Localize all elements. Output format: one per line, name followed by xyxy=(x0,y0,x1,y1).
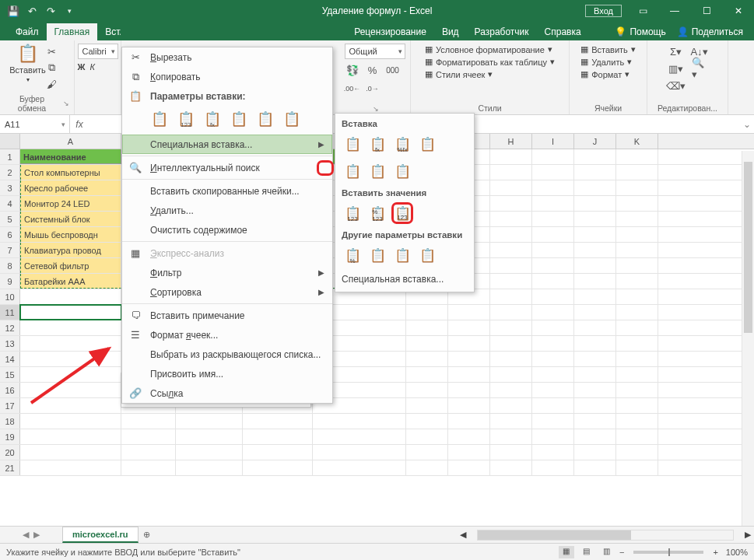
paste-button[interactable]: 📋Вставить▾ xyxy=(15,44,41,84)
cell[interactable] xyxy=(532,305,574,320)
cell[interactable] xyxy=(176,460,243,475)
cell[interactable]: Сетевой фильтр xyxy=(20,258,121,273)
font-name-select[interactable]: Calibri xyxy=(78,44,118,59)
menu-filter[interactable]: Фильтр▶ xyxy=(122,263,332,282)
menu-link[interactable]: 🔗Ссылка xyxy=(122,383,332,403)
hscroll-right-icon[interactable]: ▶ xyxy=(745,530,751,540)
cell[interactable] xyxy=(490,383,532,397)
paste-all-icon[interactable]: 📋 xyxy=(342,133,363,155)
undo-icon[interactable]: ↶ xyxy=(23,2,40,19)
cell[interactable] xyxy=(490,320,532,335)
paste-formatting-icon[interactable]: 📋 xyxy=(254,108,276,130)
cell[interactable] xyxy=(574,305,616,320)
autosum-icon[interactable]: Σ▾ xyxy=(668,44,684,59)
cell[interactable] xyxy=(243,429,313,444)
cell[interactable] xyxy=(616,212,658,226)
cell[interactable] xyxy=(532,460,574,475)
cell[interactable] xyxy=(574,320,616,335)
paste-formatting-icon[interactable]: 📋% xyxy=(342,244,363,266)
cell[interactable] xyxy=(448,460,490,475)
paste-all-icon[interactable]: 📋 xyxy=(149,108,170,130)
paste-transpose-icon[interactable]: 📋 xyxy=(228,108,250,130)
cell[interactable] xyxy=(406,367,448,382)
tab-review[interactable]: Рецензирование xyxy=(346,23,434,40)
cell[interactable] xyxy=(616,383,658,397)
clipboard-launcher-icon[interactable]: ↘ xyxy=(61,100,69,107)
cell[interactable] xyxy=(121,460,176,475)
cell[interactable] xyxy=(574,398,616,413)
menu-insert-comment[interactable]: 🗨Вставить примечание xyxy=(122,306,332,325)
paste-formulas-icon[interactable]: 📋fx xyxy=(202,108,223,130)
cell[interactable] xyxy=(20,445,121,460)
cell[interactable] xyxy=(532,383,574,397)
paste-values-numfmt-icon[interactable]: 📋%123 xyxy=(366,202,388,224)
cell[interactable]: Клавиатура провод xyxy=(20,243,121,257)
row-header[interactable]: 1 xyxy=(0,149,20,164)
row-header[interactable]: 11 xyxy=(0,305,20,320)
number-launcher-icon[interactable]: ↘ xyxy=(371,105,379,113)
cell[interactable] xyxy=(448,320,490,335)
cell[interactable] xyxy=(448,429,490,444)
paste-formulas-icon[interactable]: 📋fx xyxy=(366,133,388,155)
view-normal-icon[interactable]: ▦ xyxy=(559,546,574,558)
cell[interactable] xyxy=(574,460,616,475)
cell[interactable] xyxy=(574,165,616,180)
cell[interactable] xyxy=(532,336,574,351)
cell[interactable] xyxy=(20,460,121,475)
cell[interactable] xyxy=(532,274,574,289)
cut-icon[interactable]: ✂ xyxy=(44,44,60,59)
cell[interactable] xyxy=(490,367,532,382)
col-header[interactable]: H xyxy=(490,134,532,149)
cell[interactable] xyxy=(490,352,532,366)
cell[interactable] xyxy=(121,445,176,460)
cell[interactable] xyxy=(532,149,574,164)
name-box[interactable]: A11 xyxy=(0,115,70,133)
percent-icon[interactable]: % xyxy=(365,62,381,78)
cell[interactable] xyxy=(532,429,574,444)
row-header[interactable]: 3 xyxy=(0,180,20,195)
cell[interactable]: Системный блок xyxy=(20,212,121,226)
cell[interactable] xyxy=(532,289,574,304)
cell[interactable] xyxy=(532,227,574,242)
cell[interactable] xyxy=(243,445,313,460)
formula-expand-icon[interactable]: ⌄ xyxy=(740,119,754,130)
paste-values-icon[interactable]: 📋123 xyxy=(175,108,197,130)
view-pagebreak-icon[interactable]: ▥ xyxy=(599,546,615,558)
cell[interactable] xyxy=(574,149,616,164)
cell[interactable] xyxy=(448,398,490,413)
cell[interactable] xyxy=(490,212,532,226)
sheet-nav-prev-icon[interactable]: ◀ xyxy=(23,530,29,540)
inc-decimal-icon[interactable]: .00← xyxy=(345,81,360,96)
cell[interactable] xyxy=(532,212,574,226)
hscroll-left-icon[interactable]: ◀ xyxy=(460,530,466,540)
cell[interactable] xyxy=(574,336,616,351)
cell[interactable] xyxy=(532,243,574,257)
menu-copy[interactable]: ⧉Копировать xyxy=(122,67,332,86)
cell[interactable] xyxy=(532,445,574,460)
tab-file[interactable]: Файл xyxy=(8,23,47,40)
cell[interactable] xyxy=(490,429,532,444)
cell[interactable] xyxy=(20,429,121,444)
menu-pick-from-list[interactable]: Выбрать из раскрывающегося списка... xyxy=(122,345,332,364)
cell[interactable] xyxy=(616,320,658,335)
cell[interactable] xyxy=(448,305,490,320)
row-header[interactable]: 13 xyxy=(0,336,20,351)
tab-help[interactable]: Справка xyxy=(537,23,589,40)
cell[interactable] xyxy=(616,196,658,211)
cell[interactable] xyxy=(20,289,121,304)
row-header[interactable]: 17 xyxy=(0,398,20,413)
menu-delete[interactable]: Удалить... xyxy=(122,201,332,220)
format-as-table-button[interactable]: ▦ Форматировать как таблицу ▾ xyxy=(422,56,558,68)
row-header[interactable]: 21 xyxy=(0,460,20,475)
insert-cells-button[interactable]: ▦ Вставить ▾ xyxy=(577,44,639,55)
share-button[interactable]: 👤 Поделиться xyxy=(677,26,743,37)
tab-insert[interactable]: Вст... xyxy=(97,23,121,40)
minimize-icon[interactable]: — xyxy=(659,0,690,22)
cell[interactable] xyxy=(448,445,490,460)
cell[interactable]: Кресло рабочее xyxy=(20,180,121,195)
cell[interactable] xyxy=(532,165,574,180)
cell[interactable] xyxy=(448,383,490,397)
submenu-paste-special-link[interactable]: Специальная вставка... xyxy=(335,270,474,289)
cell[interactable] xyxy=(406,336,448,351)
cell[interactable] xyxy=(20,414,121,429)
